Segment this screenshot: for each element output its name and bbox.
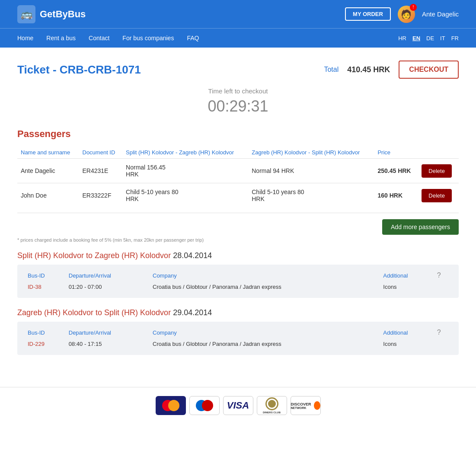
r1-col-additional: Additional	[380, 270, 433, 281]
passenger-name-1: Ante Dagelic	[17, 159, 79, 183]
ticket-total-area: Total 410.45 HRK CHECKOUT	[324, 61, 459, 79]
ticket-title: Ticket - CRB-CRB-1071	[17, 63, 141, 77]
delete-button-1[interactable]: Delete	[422, 164, 452, 178]
passenger-delete-1: Delete	[418, 159, 459, 183]
route-table-1: Bus-ID Departure/Arrival Company Additio…	[24, 270, 452, 293]
notification-badge: !	[410, 4, 417, 11]
lang-fr[interactable]: FR	[451, 35, 459, 42]
passenger-route1-1: Normal 156.45 HRK	[122, 159, 248, 183]
mastercard-icon	[156, 396, 186, 415]
passenger-route2-1: Normal 94 HRK	[248, 159, 374, 183]
route1-currency-1: HRK	[126, 171, 245, 178]
col-document: Document ID	[79, 147, 123, 159]
visa-text: VISA	[227, 400, 249, 411]
route-row-2: ID-229 08:40 - 17:15 Croatia bus / Globt…	[24, 338, 452, 350]
main-content: Ticket - CRB-CRB-1071 Total 410.45 HRK C…	[0, 48, 476, 378]
col-route2: Zagreb (HR) Kolodvor - Split (HR) Kolodv…	[248, 147, 374, 159]
nav-faq[interactable]: FAQ	[187, 35, 199, 42]
user-avatar-wrap: 🧑 !	[398, 6, 415, 23]
passenger-doc-1: ER4231E	[79, 159, 123, 183]
checkout-button[interactable]: CHECKOUT	[399, 61, 459, 79]
delete-button-2[interactable]: Delete	[422, 189, 452, 202]
nav-rent-bus[interactable]: Rent a bus	[46, 35, 76, 42]
nav-contact[interactable]: Contact	[89, 35, 109, 42]
r1-col-company: Company	[149, 270, 380, 281]
r1-help-cell	[434, 281, 452, 293]
passenger-price-1: 250.45 HRK	[374, 159, 418, 183]
booking-note: * prices charged include a booking fee o…	[17, 237, 459, 243]
ticket-header: Ticket - CRB-CRB-1071 Total 410.45 HRK C…	[17, 61, 459, 79]
r2-help-cell	[434, 338, 452, 350]
col-name: Name and surname	[17, 147, 79, 159]
diners-icon: DINERS CLUB	[257, 396, 287, 415]
diners-circle	[265, 397, 278, 410]
passengers-section-title: Passengers	[17, 128, 459, 140]
lang-de[interactable]: DE	[426, 35, 434, 42]
user-name: Ante Dagelic	[422, 10, 459, 18]
route1-ticket-2: Child 5-10 years 80	[126, 188, 245, 195]
nav-bus-companies[interactable]: For bus companies	[122, 35, 174, 42]
col-route1: Split (HR) Kolodvor - Zagreb (HR) Kolodv…	[122, 147, 248, 159]
passenger-delete-2: Delete	[418, 183, 459, 208]
timer-section: Time left to checkout 00:29:31	[17, 87, 459, 115]
r1-busid: ID-38	[24, 281, 65, 293]
diners-text: DINERS CLUB	[263, 411, 281, 414]
route1-ticket-1: Normal 156.45	[126, 164, 245, 171]
r2-col-additional: Additional	[380, 327, 433, 338]
passenger-doc-2: ER33222F	[79, 183, 123, 208]
passenger-name-2: John Doe	[17, 183, 79, 208]
lang-en[interactable]: EN	[412, 35, 420, 42]
header-right: MY ORDER 🧑 ! Ante Dagelic	[345, 6, 459, 23]
footer: VISA DINERS CLUB DISCOVER NETWORK	[0, 387, 476, 424]
my-order-button[interactable]: MY ORDER	[345, 7, 391, 21]
r2-col-help: ?	[434, 327, 452, 338]
table-row: John Doe ER33222F Child 5-10 years 80 HR…	[17, 183, 459, 208]
route-table-container-2: Bus-ID Departure/Arrival Company Additio…	[17, 322, 459, 355]
route-table-2: Bus-ID Departure/Arrival Company Additio…	[24, 327, 452, 350]
passenger-route2-2: Child 5-10 years 80 HRK	[248, 183, 374, 208]
maestro-icon	[189, 396, 220, 415]
nav-home[interactable]: Home	[17, 35, 33, 42]
route-section-2: Zagreb (HR) Kolodvor to Split (HR) Kolod…	[17, 308, 459, 355]
r2-dep: 08:40 - 17:15	[65, 338, 149, 350]
lang-it[interactable]: IT	[440, 35, 445, 42]
passenger-route1-2: Child 5-10 years 80 HRK	[122, 183, 248, 208]
r1-busid-link[interactable]: ID-38	[28, 284, 42, 290]
discover-text: DISCOVER	[291, 402, 311, 406]
timer-value: 00:29:31	[17, 97, 459, 115]
r2-busid-link[interactable]: ID-229	[28, 341, 45, 347]
discover-label: DISCOVER NETWORK	[291, 402, 311, 409]
discover-dot	[314, 401, 320, 410]
r2-col-company: Company	[149, 327, 380, 338]
bus-icon: 🚌	[17, 5, 35, 23]
passenger-price-2: 160 HRK	[374, 183, 418, 208]
route-section-1: Split (HR) Kolodvor to Zagreb (HR) Kolod…	[17, 251, 459, 298]
diners-inner	[268, 400, 276, 408]
route-row-1: ID-38 01:20 - 07:00 Croatia bus / Globto…	[24, 281, 452, 293]
r1-additional: Icons	[380, 281, 433, 293]
r1-company: Croatia bus / Globtour / Panorama / Jadr…	[149, 281, 380, 293]
nav-languages: HR EN DE IT FR	[398, 35, 459, 42]
col-price: Price	[374, 147, 418, 159]
maestro-circles	[196, 400, 213, 411]
r2-col-dep: Departure/Arrival	[65, 327, 149, 338]
discover-network: NETWORK	[291, 406, 307, 409]
lang-hr[interactable]: HR	[398, 35, 406, 42]
r2-col-busid: Bus-ID	[24, 327, 65, 338]
route-name-2: Zagreb (HR) Kolodvor to Split (HR) Kolod…	[17, 308, 171, 317]
help-icon-1[interactable]: ?	[437, 272, 441, 279]
col-action	[418, 147, 459, 159]
r2-company: Croatia bus / Globtour / Panorama / Jadr…	[149, 338, 380, 350]
header: 🚌 GetByBus MY ORDER 🧑 ! Ante Dagelic	[0, 0, 476, 28]
r2-busid: ID-229	[24, 338, 65, 350]
r1-col-busid: Bus-ID	[24, 270, 65, 281]
timer-label: Time left to checkout	[17, 87, 459, 95]
route-title-2: Zagreb (HR) Kolodvor to Split (HR) Kolod…	[17, 308, 459, 317]
visa-icon: VISA	[223, 396, 253, 415]
route-title-1: Split (HR) Kolodvor to Zagreb (HR) Kolod…	[17, 251, 459, 260]
r2-additional: Icons	[380, 338, 433, 350]
help-icon-2[interactable]: ?	[437, 329, 441, 336]
table-row: Ante Dagelic ER4231E Normal 156.45 HRK N…	[17, 159, 459, 183]
route-name-1: Split (HR) Kolodvor to Zagreb (HR) Kolod…	[17, 251, 171, 260]
add-passengers-button[interactable]: Add more passengers	[382, 219, 459, 235]
